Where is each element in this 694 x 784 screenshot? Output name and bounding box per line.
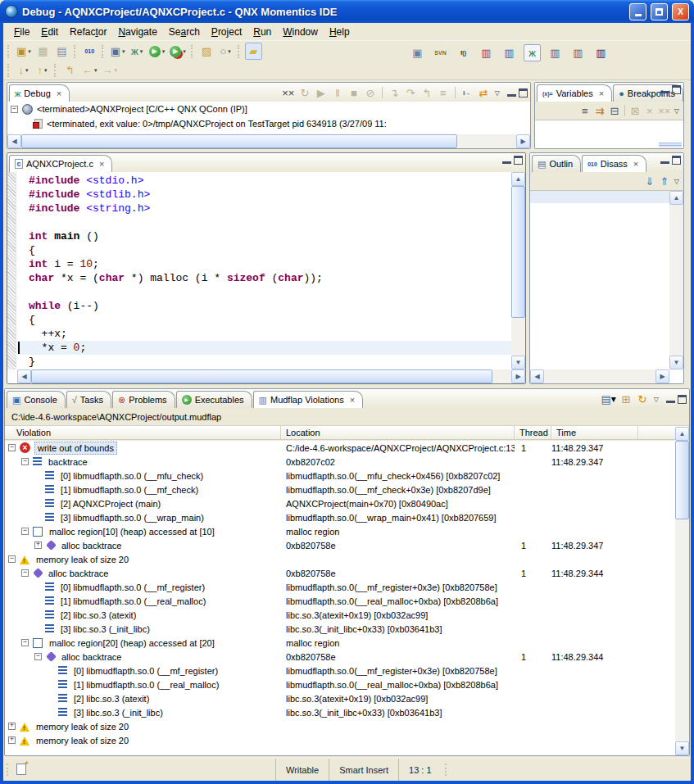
last-edit-location-icon[interactable]: ↰: [61, 61, 79, 79]
tree-expander-icon[interactable]: +: [8, 723, 16, 730]
violation-row[interactable]: [3] libc.so.3 (_init_libc)libc.so.3(_ini…: [5, 705, 675, 719]
tab-mudflap-violations[interactable]: ▥Mudflap Violations×: [253, 391, 364, 408]
violation-row[interactable]: −alloc backtrace0xb820758e111:48.29.344: [5, 566, 675, 580]
violation-row[interactable]: −malloc region[10] (heap) accessed at [1…: [5, 524, 675, 538]
tab-aqnxcproject-c[interactable]: cAQNXCProject.c×: [9, 155, 112, 172]
refresh-icon[interactable]: ↻: [635, 392, 650, 406]
debug-icon[interactable]: ж▾: [129, 43, 146, 60]
column-header-thread[interactable]: Thread: [515, 426, 551, 439]
minimize-view-icon[interactable]: [660, 156, 669, 164]
scroll-down-icon[interactable]: ▼: [511, 356, 525, 369]
dropdown-icon[interactable]: ▾: [44, 67, 48, 74]
dropdown-icon[interactable]: ▾: [183, 48, 186, 55]
maximize-view-icon[interactable]: [514, 156, 523, 165]
violation-row[interactable]: [1] libmudflapth.so.0 (__real_malloc)lib…: [5, 594, 675, 608]
open-element-icon[interactable]: ▨: [198, 43, 215, 60]
back-icon[interactable]: ←▾: [80, 61, 99, 79]
remove-all-terminated-icon[interactable]: ××: [281, 85, 296, 100]
variables-content[interactable]: [535, 120, 683, 148]
code-line[interactable]: #include <stdlib.h>: [17, 188, 511, 202]
dropdown-icon[interactable]: ▾: [140, 48, 143, 55]
tree-expander-icon[interactable]: −: [34, 653, 42, 660]
close-icon[interactable]: ×: [599, 88, 604, 98]
violation-row[interactable]: [2] libc.so.3 (atexit)libc.so.3(atexit+0…: [5, 691, 675, 705]
violation-row[interactable]: +memory leak of size 20: [5, 719, 675, 733]
tree-expander-icon[interactable]: −: [21, 569, 29, 577]
scroll-up-icon[interactable]: ▲: [511, 172, 525, 186]
minimize-view-icon[interactable]: [666, 396, 675, 403]
tree-expander-icon[interactable]: −: [8, 555, 16, 563]
violation-row[interactable]: −write out of boundsC:/ide-4.6-workspace…: [5, 441, 675, 455]
new-wizard-icon[interactable]: ▣▾: [15, 43, 33, 60]
annotation-ruler[interactable]: [7, 172, 16, 369]
dropdown-icon[interactable]: ▾: [611, 393, 616, 405]
disassembly-horizontal-scrollbar[interactable]: ◀ ▶: [530, 369, 669, 383]
use-step-filters-icon[interactable]: i→: [460, 85, 474, 100]
scroll-right-icon[interactable]: ▶: [511, 369, 525, 383]
close-icon[interactable]: ×: [633, 159, 638, 169]
close-icon[interactable]: ×: [99, 159, 104, 169]
violation-row[interactable]: +alloc backtrace0xb820758e111:48.29.347: [5, 538, 675, 552]
code-line[interactable]: {: [17, 313, 511, 327]
maximize-view-icon[interactable]: [678, 395, 687, 404]
violation-row[interactable]: [1] libmudflapth.so.0 (__real_malloc)lib…: [5, 678, 675, 691]
debug-horizontal-scrollbar[interactable]: ◀ ▶: [7, 134, 530, 148]
violation-row[interactable]: [0] libmudflapth.so.0 (__mf_register)lib…: [5, 664, 675, 678]
scroll-down-icon[interactable]: ▼: [675, 741, 689, 755]
scroll-lock-icon[interactable]: ⊞: [619, 392, 633, 406]
menu-file[interactable]: File: [8, 24, 35, 40]
violations-table[interactable]: −write out of boundsC:/ide-4.6-workspace…: [5, 441, 675, 755]
debug-tree-node[interactable]: −<terminated>AQNXProject [C/C++ QNX QCon…: [7, 102, 530, 116]
minimize-button[interactable]: [629, 3, 646, 20]
tab-outlin[interactable]: ▤Outlin: [532, 155, 581, 172]
view-menu-icon[interactable]: ▽: [651, 396, 661, 403]
title-bar[interactable]: Debug - AQNXCProject/AQNXCProject.c - QN…: [0, 0, 694, 23]
code-line[interactable]: [17, 215, 511, 229]
tree-expander-icon[interactable]: +: [8, 736, 16, 744]
menu-run[interactable]: Run: [247, 24, 277, 40]
tab-console[interactable]: ▣Console: [7, 391, 66, 408]
scroll-up-icon[interactable]: ▲: [675, 427, 689, 441]
show-type-names-icon[interactable]: ≡: [578, 103, 592, 118]
view-menu-icon[interactable]: ▽: [672, 178, 682, 185]
tree-expander-icon[interactable]: −: [21, 528, 29, 535]
violation-row[interactable]: [1] libmudflapth.so.0 (__mf_check)libmud…: [5, 483, 675, 496]
c-perspective-icon[interactable]: ▥: [501, 44, 518, 61]
drop-to-frame-icon[interactable]: ⇄: [476, 85, 491, 100]
scroll-left-icon[interactable]: ◀: [7, 134, 21, 148]
code-line[interactable]: int main (): [17, 229, 511, 243]
dropdown-icon[interactable]: ▾: [28, 48, 31, 55]
dropdown-icon[interactable]: ▾: [115, 67, 118, 74]
violations-vertical-scrollbar[interactable]: ▲ ▼: [675, 427, 689, 755]
close-icon[interactable]: ×: [350, 395, 355, 405]
cpp-perspective-icon[interactable]: f(): [455, 44, 472, 61]
violation-row[interactable]: [0] libmudflapth.so.0 (__mf_register)lib…: [5, 580, 675, 594]
profiler-perspective-icon[interactable]: ▥: [592, 44, 610, 61]
violation-row[interactable]: [0] libmudflapth.so.0 (__mfu_check)libmu…: [5, 469, 675, 483]
disassembly-vertical-scrollbar[interactable]: ▲ ▼: [669, 191, 683, 369]
editor-vertical-scrollbar[interactable]: ▲ ▼: [511, 172, 525, 369]
violation-row[interactable]: −memory leak of size 20: [5, 552, 675, 566]
code-line[interactable]: int i = 10;: [17, 257, 511, 271]
maximize-view-icon[interactable]: [672, 156, 681, 165]
debug-tree[interactable]: −<terminated>AQNXProject [C/C++ QNX QCon…: [7, 102, 530, 134]
collapse-all-icon[interactable]: ⊟: [607, 103, 622, 118]
minimize-view-icon[interactable]: [660, 86, 669, 93]
menu-navigate[interactable]: Navigate: [112, 24, 162, 40]
violation-row[interactable]: +memory leak of size 20: [5, 733, 675, 747]
arrow-up-icon[interactable]: ⇑: [657, 174, 672, 188]
search-icon[interactable]: ○▾: [217, 43, 234, 60]
violation-row[interactable]: −alloc backtrace0xb820758e111:48.29.344: [5, 650, 675, 664]
dropdown-icon[interactable]: ▾: [122, 48, 125, 55]
code-line[interactable]: while (i--): [17, 299, 511, 313]
previous-annotation-icon[interactable]: ↑▾: [34, 61, 51, 79]
menu-search[interactable]: Search: [163, 24, 206, 40]
tree-expander-icon[interactable]: +: [34, 542, 42, 549]
minimize-view-icon[interactable]: [507, 89, 516, 97]
scroll-up-icon[interactable]: ▲: [669, 191, 683, 205]
tree-expander-icon[interactable]: −: [21, 639, 29, 646]
minimize-view-icon[interactable]: [502, 156, 511, 164]
arrow-down-icon[interactable]: ⇓: [642, 174, 657, 188]
highlighter-icon[interactable]: ▰: [245, 43, 262, 60]
maximize-button[interactable]: [651, 3, 668, 20]
